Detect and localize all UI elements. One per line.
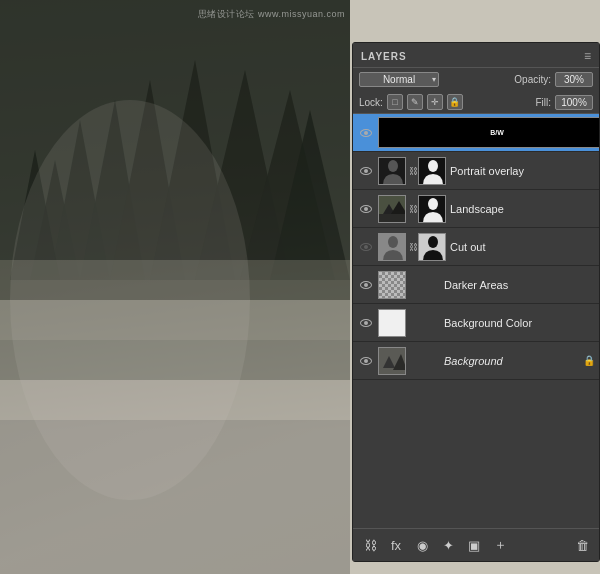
opacity-input[interactable] <box>555 72 593 87</box>
new-layer-button[interactable]: ＋ <box>489 534 511 556</box>
layer-chain-icon: ⛓ <box>408 166 418 176</box>
layer-name: Landscape <box>450 203 595 215</box>
layer-visibility-toggle[interactable] <box>357 238 375 256</box>
layer-thumbnail <box>378 309 406 337</box>
layer-name: Portrait overlay <box>450 165 595 177</box>
fill-input[interactable] <box>555 95 593 110</box>
fx-button[interactable]: fx <box>385 534 407 556</box>
layer-item[interactable]: ⛓ Portrait overlay <box>353 152 599 190</box>
lock-position-btn[interactable]: ✛ <box>427 94 443 110</box>
layer-item[interactable]: Darker Areas <box>353 266 599 304</box>
layers-panel: LAYERS ≡ Normal Multiply Screen Overlay … <box>352 42 600 562</box>
panel-footer: ⛓ fx ◉ ✦ ▣ ＋ 🗑 <box>353 528 599 561</box>
panel-header: LAYERS ≡ <box>353 43 599 68</box>
background-photo <box>0 0 350 574</box>
blend-mode-select[interactable]: Normal Multiply Screen Overlay <box>359 72 439 87</box>
layer-chain-icon: ⛓ <box>408 204 418 214</box>
layer-visibility-toggle[interactable] <box>357 200 375 218</box>
layer-mask-thumbnail <box>418 157 446 185</box>
layer-name: Background <box>444 355 581 367</box>
layer-name: Darker Areas <box>444 279 595 291</box>
layer-thumbnail <box>378 157 406 185</box>
layer-visibility-toggle[interactable] <box>357 162 375 180</box>
layer-item[interactable]: B/W ⛓ Black & White 1 <box>353 114 599 152</box>
new-group-button[interactable]: ▣ <box>463 534 485 556</box>
lock-all-btn[interactable]: 🔒 <box>447 94 463 110</box>
layer-mask-thumbnail <box>418 195 446 223</box>
lock-image-btn[interactable]: ✎ <box>407 94 423 110</box>
blend-mode-row: Normal Multiply Screen Overlay Opacity: <box>353 68 599 91</box>
layer-chain-icon: ⛓ <box>408 242 418 252</box>
layer-name: Background Color <box>444 317 595 329</box>
layer-visibility-toggle[interactable] <box>357 314 375 332</box>
layer-mask-thumbnail <box>418 233 446 261</box>
link-layers-button[interactable]: ⛓ <box>359 534 381 556</box>
svg-rect-20 <box>379 214 406 223</box>
layer-thumbnail <box>378 233 406 261</box>
layer-thumbnail <box>378 271 406 299</box>
layer-thumbnail: B/W <box>378 117 599 148</box>
layer-visibility-toggle[interactable] <box>357 124 375 142</box>
layer-visibility-toggle[interactable] <box>357 276 375 294</box>
lock-transparent-btn[interactable]: □ <box>387 94 403 110</box>
lock-label: Lock: <box>359 97 383 108</box>
svg-point-24 <box>428 198 438 210</box>
svg-point-16 <box>388 160 398 172</box>
svg-point-26 <box>388 236 398 248</box>
watermark: 思绪设计论坛 www.missyuan.com <box>198 8 345 21</box>
svg-point-28 <box>428 236 438 248</box>
layer-item[interactable]: ⛓ Cut out <box>353 228 599 266</box>
layer-name: Cut out <box>450 241 595 253</box>
panel-menu-icon[interactable]: ≡ <box>584 49 591 63</box>
layers-list: B/W ⛓ Black & White 1 ⛓ Portrait overlay <box>353 114 599 528</box>
panel-title: LAYERS <box>361 51 407 62</box>
svg-point-18 <box>428 160 438 172</box>
layer-thumbnail <box>378 347 406 375</box>
layer-visibility-toggle[interactable] <box>357 352 375 370</box>
add-mask-button[interactable]: ◉ <box>411 534 433 556</box>
layer-item[interactable]: Background 🔒 <box>353 342 599 380</box>
layer-thumbnail <box>378 195 406 223</box>
layer-item[interactable]: ⛓ Landscape <box>353 190 599 228</box>
blend-mode-select-wrap: Normal Multiply Screen Overlay <box>359 72 439 87</box>
adjustment-button[interactable]: ✦ <box>437 534 459 556</box>
svg-point-14 <box>10 100 250 500</box>
fill-label: Fill: <box>535 97 551 108</box>
delete-layer-button[interactable]: 🗑 <box>571 534 593 556</box>
layer-lock-icon: 🔒 <box>583 355 595 366</box>
layer-item[interactable]: Background Color <box>353 304 599 342</box>
lock-row: Lock: □ ✎ ✛ 🔒 Fill: <box>353 91 599 114</box>
opacity-label: Opacity: <box>514 74 551 85</box>
